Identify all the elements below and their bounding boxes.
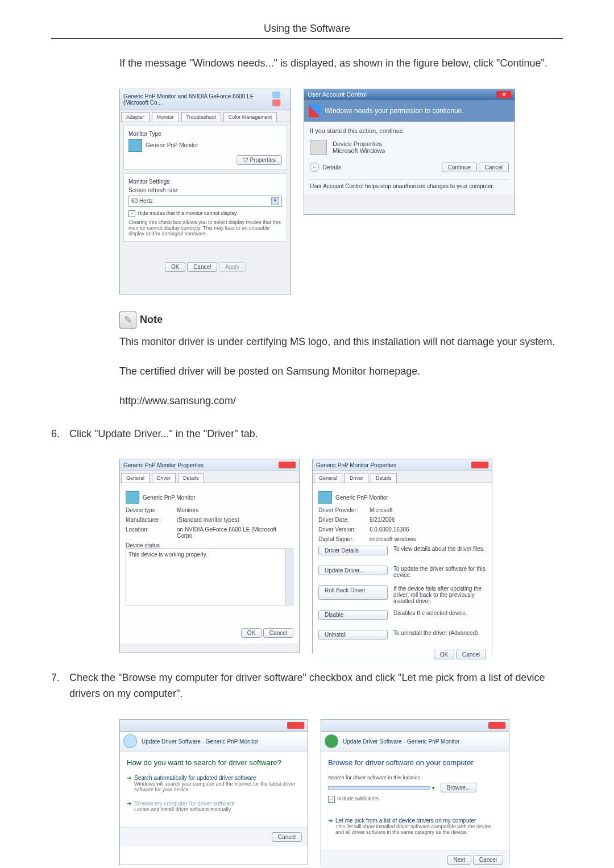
option-desc: Windows will search your computer and th… bbox=[134, 781, 301, 792]
driver-action-button[interactable]: Roll Back Driver bbox=[318, 585, 388, 600]
uac-prog-name: Device Properties bbox=[333, 140, 385, 147]
next-button[interactable]: Next bbox=[447, 855, 472, 865]
shield-icon bbox=[309, 105, 320, 117]
driver-action-desc: To update the driver software for this d… bbox=[393, 566, 486, 580]
monitor-type-header: Monitor Type bbox=[128, 131, 282, 137]
driver-action-desc: To view details about the driver files. bbox=[393, 546, 486, 560]
browse-button[interactable]: Browse... bbox=[441, 783, 477, 792]
wizard-heading: Browse for driver software on your compu… bbox=[328, 758, 502, 767]
tab-monitor[interactable]: Monitor bbox=[152, 112, 179, 122]
option-let-me-pick[interactable]: ➔Let me pick from a list of device drive… bbox=[328, 817, 502, 824]
tab-color-mgmt[interactable]: Color Management bbox=[223, 112, 277, 122]
window-title: Generic PnP Monitor and NVIDIA GeForce 6… bbox=[123, 93, 271, 106]
step-number: 6. bbox=[51, 426, 69, 442]
driver-action-button[interactable]: Disable bbox=[318, 610, 388, 620]
ok-button[interactable]: OK bbox=[434, 650, 454, 659]
tab-troubleshoot[interactable]: Troubleshoot bbox=[181, 112, 221, 122]
uac-details-label[interactable]: Details bbox=[322, 164, 342, 171]
kv-key: Driver Provider: bbox=[318, 507, 370, 513]
refresh-rate-label: Screen refresh rate: bbox=[128, 187, 282, 193]
tab-driver[interactable]: Driver bbox=[152, 473, 176, 483]
cancel-button[interactable]: Cancel bbox=[187, 262, 217, 272]
cancel-button[interactable]: Cancel bbox=[263, 628, 293, 638]
window-buttons[interactable] bbox=[271, 92, 287, 107]
uac-footer: User Account Control helps stop unauthor… bbox=[310, 179, 509, 189]
tab-adapter[interactable]: Adapter bbox=[121, 112, 150, 122]
window-title: Generic PnP Monitor Properties bbox=[123, 462, 204, 468]
scrollbar[interactable] bbox=[285, 549, 293, 605]
figure-wizard-search: Update Driver Software - Generic PnP Mon… bbox=[119, 719, 308, 865]
kv-key: Manufacturer: bbox=[126, 517, 177, 523]
kv-key: Device type: bbox=[126, 507, 177, 513]
tab-driver[interactable]: Driver bbox=[345, 473, 368, 483]
properties-button[interactable]: 🛡 Properties bbox=[237, 155, 282, 165]
note-url: http://www.samsung.com/ bbox=[119, 393, 563, 409]
driver-action-desc: To uninstall the driver (Advanced). bbox=[393, 630, 486, 644]
uac-message: Windows needs your permission to contion… bbox=[325, 107, 464, 115]
monitor-type-value: Generic PnP Monitor bbox=[146, 142, 198, 148]
kv-val: 6/21/2006 bbox=[370, 517, 486, 523]
device-icon bbox=[310, 140, 327, 155]
driver-action-button[interactable]: Update Driver... bbox=[318, 566, 388, 575]
monitor-icon bbox=[128, 139, 142, 152]
include-subfolders-label: Include subfolders bbox=[337, 796, 379, 801]
window-buttons[interactable] bbox=[471, 462, 488, 468]
device-name: Generic PnP Monitor bbox=[143, 495, 196, 501]
apply-button[interactable]: Apply bbox=[219, 262, 246, 272]
ok-button[interactable]: OK bbox=[165, 262, 185, 272]
tab-general[interactable]: General bbox=[121, 473, 150, 483]
breadcrumb: Update Driver Software - Generic PnP Mon… bbox=[142, 738, 258, 745]
back-icon[interactable] bbox=[325, 734, 338, 748]
hide-modes-checkbox[interactable]: ✓ bbox=[128, 210, 135, 217]
cancel-button[interactable]: Cancel bbox=[272, 832, 302, 842]
tab-details[interactable]: Details bbox=[178, 473, 204, 483]
figure-monitor-properties: Generic PnP Monitor and NVIDIA GeForce 6… bbox=[119, 89, 291, 294]
window-buttons[interactable] bbox=[279, 462, 296, 468]
back-icon[interactable] bbox=[123, 734, 137, 748]
search-location-label: Search for driver software in this locat… bbox=[328, 775, 502, 780]
kv-val: Microsoft bbox=[370, 507, 486, 513]
kv-val: (Standard monitor types) bbox=[177, 517, 293, 523]
wizard-heading: How do you want to search for driver sof… bbox=[127, 758, 301, 767]
kv-val: 6.0.6000.16386 bbox=[370, 526, 486, 533]
uac-publisher: Microsoft Windows bbox=[333, 147, 385, 154]
refresh-rate-select[interactable]: 60 Hertz▾ bbox=[128, 196, 282, 207]
cancel-button[interactable]: Cancel bbox=[479, 163, 509, 172]
ok-button[interactable]: OK bbox=[241, 628, 262, 638]
device-name: Generic PnP Monitor bbox=[335, 495, 388, 501]
include-subfolders-checkbox[interactable]: ✓ bbox=[328, 796, 335, 803]
option-search-auto[interactable]: ➔Search automatically for updated driver… bbox=[127, 775, 301, 781]
uac-started: If you started this action, continue. bbox=[310, 127, 509, 134]
figure-props-general: Generic PnP Monitor Properties General D… bbox=[119, 459, 300, 653]
tab-details[interactable]: Details bbox=[371, 473, 397, 483]
figure-uac: User Account Control ✕ Windows needs you… bbox=[304, 89, 515, 215]
monitor-icon bbox=[318, 491, 332, 504]
window-buttons[interactable] bbox=[287, 722, 304, 729]
arrow-icon: ➔ bbox=[328, 817, 333, 824]
path-input[interactable] bbox=[328, 786, 430, 790]
hide-modes-label: Hide modes that this monitor cannot disp… bbox=[138, 210, 237, 216]
tab-general[interactable]: General bbox=[314, 473, 342, 483]
hide-modes-desc: Clearing this check box allows you to se… bbox=[128, 219, 282, 236]
cancel-button[interactable]: Cancel bbox=[473, 855, 503, 865]
kv-key: Driver Date: bbox=[318, 517, 370, 523]
kv-key: Digital Signer: bbox=[318, 536, 370, 542]
close-icon[interactable]: ✕ bbox=[496, 91, 511, 98]
cancel-button[interactable]: Cancel bbox=[456, 650, 486, 659]
driver-action-button[interactable]: Driver Details bbox=[318, 546, 388, 555]
kv-val: on NVIDIA GeForce 6600 LE (Microsoft Cor… bbox=[177, 526, 293, 539]
window-buttons[interactable] bbox=[488, 722, 505, 729]
driver-action-desc: Disables the selected device. bbox=[393, 610, 486, 624]
figure-wizard-browse: Update Driver Software - Generic PnP Mon… bbox=[321, 719, 509, 865]
device-status-header: Device status bbox=[126, 542, 293, 549]
monitor-settings-header: Monitor Settings bbox=[128, 178, 282, 185]
chevron-down-icon[interactable]: ⌄ bbox=[310, 163, 319, 172]
step-number: 7. bbox=[51, 670, 69, 702]
arrow-icon: ➔ bbox=[127, 775, 131, 781]
arrow-icon: ➔ bbox=[127, 800, 131, 807]
continue-button[interactable]: Continue bbox=[442, 163, 477, 172]
option-browse[interactable]: ➔Browse my computer for driver software bbox=[127, 800, 301, 807]
note-p2: The certified driver will be posted on S… bbox=[119, 364, 563, 380]
driver-action-button[interactable]: Uninstall bbox=[318, 630, 388, 639]
step-text: Check the "Browse my computer for driver… bbox=[69, 670, 563, 702]
